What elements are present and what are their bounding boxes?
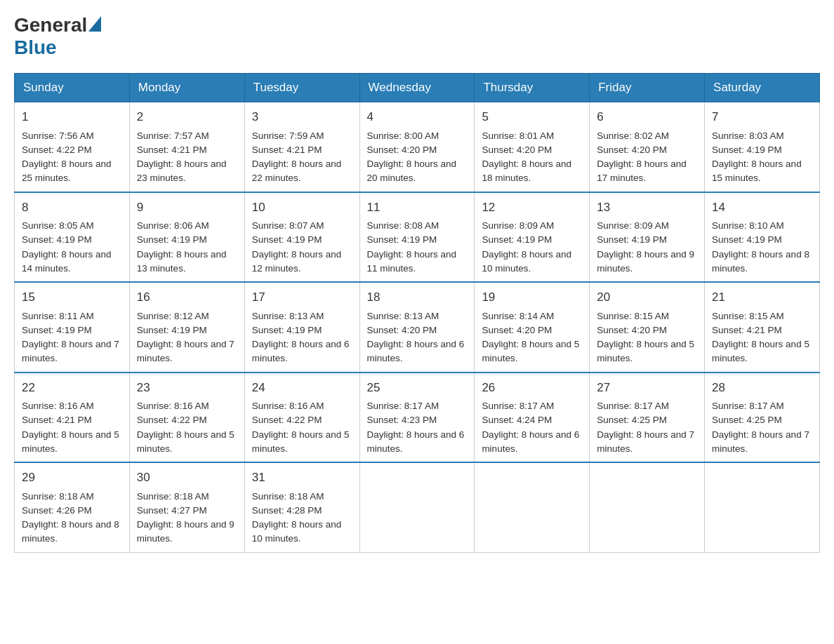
calendar-cell: 23Sunrise: 8:16 AMSunset: 4:22 PMDayligh… [129, 373, 244, 463]
daylight-text: Daylight: 8 hours and 7 minutes. [597, 429, 694, 454]
daylight-text: Daylight: 8 hours and 22 minutes. [252, 159, 342, 183]
day-number: 6 [597, 108, 697, 126]
daylight-text: Daylight: 8 hours and 11 minutes. [367, 249, 457, 274]
calendar-week-row: 22Sunrise: 8:16 AMSunset: 4:21 PMDayligh… [15, 373, 820, 463]
calendar-table: SundayMondayTuesdayWednesdayThursdayFrid… [14, 73, 820, 553]
calendar-cell: 11Sunrise: 8:08 AMSunset: 4:19 PMDayligh… [359, 192, 475, 283]
logo-blue-text: Blue [14, 36, 101, 59]
calendar-cell [359, 462, 475, 552]
calendar-week-row: 15Sunrise: 8:11 AMSunset: 4:19 PMDayligh… [15, 282, 820, 373]
day-number: 24 [252, 379, 352, 397]
calendar-cell: 5Sunrise: 8:01 AMSunset: 4:20 PMDaylight… [475, 102, 590, 192]
day-number: 2 [137, 108, 237, 126]
day-number: 22 [22, 379, 122, 397]
sunset-text: Sunset: 4:20 PM [597, 145, 667, 155]
calendar-cell: 17Sunrise: 8:13 AMSunset: 4:19 PMDayligh… [244, 282, 359, 373]
sunrise-text: Sunrise: 7:57 AM [137, 130, 209, 141]
daylight-text: Daylight: 8 hours and 9 minutes. [137, 519, 234, 544]
daylight-text: Daylight: 8 hours and 5 minutes. [482, 339, 579, 363]
calendar-cell: 2Sunrise: 7:57 AMSunset: 4:21 PMDaylight… [129, 102, 244, 192]
day-number: 25 [367, 379, 468, 397]
header-saturday: Saturday [705, 74, 820, 102]
calendar-cell: 16Sunrise: 8:12 AMSunset: 4:19 PMDayligh… [129, 282, 244, 373]
daylight-text: Daylight: 8 hours and 15 minutes. [712, 159, 802, 183]
sunset-text: Sunset: 4:28 PM [252, 505, 322, 516]
sunrise-text: Sunrise: 8:13 AM [252, 311, 324, 321]
daylight-text: Daylight: 8 hours and 7 minutes. [712, 429, 809, 454]
day-number: 18 [367, 288, 468, 307]
daylight-text: Daylight: 8 hours and 5 minutes. [597, 339, 694, 363]
sunset-text: Sunset: 4:26 PM [22, 505, 92, 516]
sunrise-text: Sunrise: 8:17 AM [712, 401, 784, 411]
sunset-text: Sunset: 4:27 PM [137, 505, 207, 516]
sunrise-text: Sunrise: 8:18 AM [22, 491, 94, 502]
calendar-cell: 19Sunrise: 8:14 AMSunset: 4:20 PMDayligh… [475, 282, 590, 373]
sunset-text: Sunset: 4:22 PM [137, 415, 207, 425]
sunset-text: Sunset: 4:19 PM [22, 234, 92, 245]
daylight-text: Daylight: 8 hours and 8 minutes. [712, 249, 809, 274]
sunset-text: Sunset: 4:19 PM [137, 325, 207, 335]
sunset-text: Sunset: 4:23 PM [367, 415, 437, 425]
header-tuesday: Tuesday [244, 74, 359, 102]
calendar-cell: 22Sunrise: 8:16 AMSunset: 4:21 PMDayligh… [15, 373, 130, 463]
sunset-text: Sunset: 4:25 PM [597, 415, 667, 425]
calendar-week-row: 8Sunrise: 8:05 AMSunset: 4:19 PMDaylight… [15, 192, 820, 283]
day-number: 11 [367, 199, 468, 217]
header-sunday: Sunday [15, 74, 130, 102]
day-number: 7 [712, 108, 812, 126]
sunset-text: Sunset: 4:22 PM [22, 145, 92, 155]
calendar-cell: 28Sunrise: 8:17 AMSunset: 4:25 PMDayligh… [705, 373, 820, 463]
daylight-text: Daylight: 8 hours and 20 minutes. [367, 159, 457, 183]
sunrise-text: Sunrise: 8:08 AM [367, 220, 439, 231]
calendar-cell: 3Sunrise: 7:59 AMSunset: 4:21 PMDaylight… [244, 102, 359, 192]
sunset-text: Sunset: 4:20 PM [597, 325, 667, 335]
calendar-cell: 4Sunrise: 8:00 AMSunset: 4:20 PMDaylight… [359, 102, 475, 192]
day-number: 29 [22, 469, 122, 487]
day-number: 12 [482, 199, 582, 217]
calendar-cell: 24Sunrise: 8:16 AMSunset: 4:22 PMDayligh… [244, 373, 359, 463]
day-number: 27 [597, 379, 697, 397]
calendar-cell: 27Sunrise: 8:17 AMSunset: 4:25 PMDayligh… [590, 373, 705, 463]
sunrise-text: Sunrise: 8:02 AM [597, 130, 669, 141]
sunset-text: Sunset: 4:20 PM [367, 145, 437, 155]
sunset-text: Sunset: 4:19 PM [137, 234, 207, 245]
sunrise-text: Sunrise: 8:17 AM [597, 401, 669, 411]
day-number: 31 [252, 469, 352, 487]
header-wednesday: Wednesday [359, 74, 475, 102]
day-number: 5 [482, 108, 582, 126]
calendar-cell: 20Sunrise: 8:15 AMSunset: 4:20 PMDayligh… [590, 282, 705, 373]
daylight-text: Daylight: 8 hours and 7 minutes. [137, 339, 234, 363]
calendar-cell: 10Sunrise: 8:07 AMSunset: 4:19 PMDayligh… [244, 192, 359, 283]
sunset-text: Sunset: 4:19 PM [482, 234, 552, 245]
sunrise-text: Sunrise: 8:16 AM [252, 401, 324, 411]
sunrise-text: Sunrise: 8:17 AM [482, 401, 554, 411]
sunset-text: Sunset: 4:19 PM [712, 234, 782, 245]
daylight-text: Daylight: 8 hours and 10 minutes. [252, 519, 342, 544]
sunset-text: Sunset: 4:21 PM [252, 145, 322, 155]
calendar-week-row: 29Sunrise: 8:18 AMSunset: 4:26 PMDayligh… [15, 462, 820, 552]
day-number: 9 [137, 199, 237, 217]
calendar-cell: 9Sunrise: 8:06 AMSunset: 4:19 PMDaylight… [129, 192, 244, 283]
sunrise-text: Sunrise: 8:00 AM [367, 130, 439, 141]
calendar-cell [705, 462, 820, 552]
calendar-cell: 6Sunrise: 8:02 AMSunset: 4:20 PMDaylight… [590, 102, 705, 192]
day-number: 13 [597, 199, 697, 217]
calendar-cell: 18Sunrise: 8:13 AMSunset: 4:20 PMDayligh… [359, 282, 475, 373]
sunrise-text: Sunrise: 8:14 AM [482, 311, 554, 321]
page-header: General Blue [14, 14, 820, 59]
day-number: 4 [367, 108, 468, 126]
daylight-text: Daylight: 8 hours and 5 minutes. [22, 429, 119, 454]
daylight-text: Daylight: 8 hours and 6 minutes. [367, 339, 465, 363]
daylight-text: Daylight: 8 hours and 25 minutes. [22, 159, 112, 183]
sunset-text: Sunset: 4:19 PM [22, 325, 92, 335]
sunset-text: Sunset: 4:20 PM [367, 325, 437, 335]
calendar-cell: 15Sunrise: 8:11 AMSunset: 4:19 PMDayligh… [15, 282, 130, 373]
day-number: 8 [22, 199, 122, 217]
sunset-text: Sunset: 4:19 PM [597, 234, 667, 245]
day-number: 16 [137, 288, 237, 307]
sunrise-text: Sunrise: 8:11 AM [22, 311, 94, 321]
calendar-cell [475, 462, 590, 552]
calendar-header-row: SundayMondayTuesdayWednesdayThursdayFrid… [15, 74, 820, 102]
calendar-cell [590, 462, 705, 552]
sunset-text: Sunset: 4:19 PM [252, 325, 322, 335]
